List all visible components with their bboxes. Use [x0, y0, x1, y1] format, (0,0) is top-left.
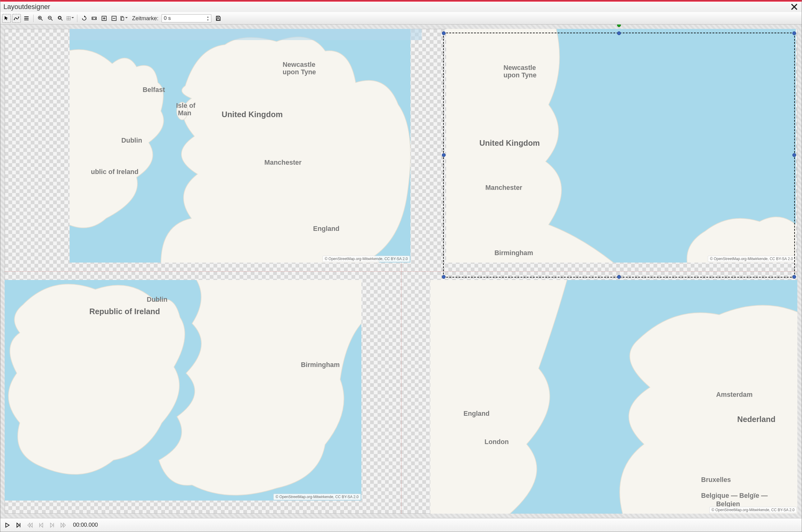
layout-designer-window: Layoutdesigner	[0, 0, 802, 532]
attribution: © OpenStreetMap.org-Mitwirkende, CC BY-S…	[273, 494, 361, 500]
layout-canvas[interactable]: United Kingdom ublic of Ireland Dublin B…	[5, 29, 797, 514]
label-birmingham: Birmingham	[301, 361, 340, 368]
label-iom1: Isle of	[176, 101, 196, 109]
zoom-fit-button[interactable]	[56, 14, 65, 23]
label-newcastle2: upon Tyne	[283, 68, 316, 76]
label-nederland: Nederland	[737, 415, 775, 424]
refresh-button[interactable]	[80, 14, 89, 23]
map-svg: United Kingdom Manchester Birmingham New…	[446, 29, 796, 263]
time-value: 0 s	[164, 15, 171, 21]
next-frame-button[interactable]	[48, 521, 56, 529]
label-birmingham: Birmingham	[494, 249, 533, 257]
save-button[interactable]	[214, 14, 223, 23]
time-label: Zeitmarke:	[132, 15, 158, 22]
svg-point-0	[14, 19, 15, 20]
label-manchester: Manchester	[298, 280, 335, 280]
label-england: England	[463, 410, 490, 418]
label-england: England	[313, 225, 340, 232]
play-button[interactable]	[3, 521, 12, 529]
titlebar: Layoutdesigner	[0, 0, 802, 12]
playback-time: 00:00.000	[73, 522, 98, 528]
label-newcastle1: Newcastle	[283, 61, 316, 68]
svg-rect-15	[217, 19, 219, 20]
label-newcastle2: upon Tyne	[503, 71, 536, 79]
keyframe-rect-button[interactable]	[90, 14, 98, 23]
svg-rect-6	[59, 17, 61, 19]
map-svg: London England Amsterdam Nederland Bruxe…	[431, 280, 797, 514]
close-button[interactable]	[790, 2, 799, 11]
remove-frame-button[interactable]	[110, 14, 118, 23]
resize-handle-s[interactable]	[617, 275, 621, 279]
map-panel-4[interactable]: London England Amsterdam Nederland Bruxe…	[431, 280, 797, 514]
label-ireland-full: Republic of Ireland	[89, 307, 160, 316]
label-manchester: Manchester	[485, 184, 522, 192]
resize-handle-sw[interactable]	[442, 275, 445, 279]
fast-forward-button[interactable]	[59, 521, 68, 529]
label-manchester: Manchester	[264, 158, 302, 166]
svg-point-8	[93, 18, 94, 19]
label-dublin: Dublin	[147, 296, 168, 303]
map-panel-3[interactable]: Republic of Ireland Dublin Manchester Bi…	[5, 280, 361, 500]
presets-dropdown[interactable]	[120, 14, 128, 23]
label-uk: United Kingdom	[479, 138, 540, 147]
list-tool-button[interactable]	[22, 14, 31, 23]
time-input[interactable]: 0 s ▲ ▼	[161, 14, 211, 22]
svg-point-1	[16, 18, 17, 19]
label-ireland: ublic of Ireland	[91, 168, 139, 175]
label-iom2: Man	[178, 109, 191, 117]
zoom-in-button[interactable]	[36, 14, 45, 23]
label-uk: United Kingdom	[222, 110, 283, 119]
toolbar-separator	[77, 15, 77, 22]
svg-point-2	[18, 17, 19, 17]
svg-rect-13	[121, 17, 124, 20]
map-panel-1[interactable]: United Kingdom ublic of Ireland Dublin B…	[70, 29, 410, 263]
attribution: © OpenStreetMap.org-Mitwirkende, CC BY-S…	[323, 256, 410, 262]
time-spin-down[interactable]: ▼	[205, 18, 210, 21]
map-svg: United Kingdom ublic of Ireland Dublin B…	[70, 29, 410, 263]
label-newcastle1: Newcastle	[503, 64, 536, 72]
resize-handle-w[interactable]	[442, 153, 445, 157]
attribution: © OpenStreetMap.org-Mitwirkende, CC BY-S…	[709, 507, 797, 513]
label-london: London	[484, 438, 509, 446]
label-dublin: Dublin	[121, 136, 142, 144]
add-frame-button[interactable]	[100, 14, 109, 23]
svg-point-9	[95, 18, 96, 19]
rewind-button[interactable]	[26, 521, 34, 529]
step-forward-button[interactable]	[15, 521, 23, 529]
rotate-handle[interactable]	[617, 24, 621, 27]
window-title: Layoutdesigner	[3, 3, 50, 11]
map-panel-2[interactable]: United Kingdom Manchester Birmingham New…	[446, 29, 796, 263]
prev-frame-button[interactable]	[37, 521, 45, 529]
label-bruxelles: Bruxelles	[701, 476, 731, 484]
resize-handle-se[interactable]	[793, 275, 796, 279]
resize-handle-nw[interactable]	[442, 32, 445, 35]
label-belfast: Belfast	[142, 86, 165, 94]
toolbar: Zeitmarke: 0 s ▲ ▼	[0, 12, 802, 24]
attribution: © OpenStreetMap.org-Mitwirkende, CC BY-S…	[708, 256, 795, 262]
label-amsterdam: Amsterdam	[716, 391, 752, 399]
edit-points-tool-button[interactable]	[12, 14, 21, 23]
select-tool-button[interactable]	[2, 14, 11, 23]
toolbar-separator	[33, 15, 34, 22]
canvas-area[interactable]: United Kingdom ublic of Ireland Dublin B…	[0, 24, 802, 518]
playback-bar: 00:00.000	[0, 518, 802, 532]
label-belgie1: Belgique — Belgïe —	[701, 492, 767, 500]
map-svg: Republic of Ireland Dublin Manchester Bi…	[5, 280, 361, 500]
label-belgie2: Belgien	[716, 500, 740, 508]
snap-grid-dropdown[interactable]	[66, 14, 75, 23]
time-spin-up[interactable]: ▲	[205, 15, 210, 18]
zoom-out-button[interactable]	[46, 14, 55, 23]
